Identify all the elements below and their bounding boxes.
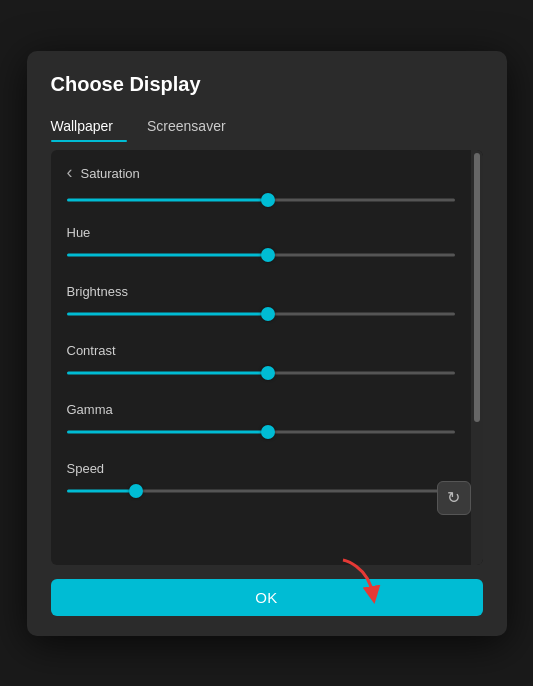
- gamma-row: Gamma: [67, 402, 455, 439]
- tab-wallpaper[interactable]: Wallpaper: [51, 112, 128, 142]
- contrast-label: Contrast: [67, 343, 455, 358]
- contrast-row: Contrast: [67, 343, 455, 380]
- scrollbar-thumb[interactable]: [474, 153, 480, 423]
- sliders-area[interactable]: ‹ Saturation Hue Brightness: [51, 150, 483, 565]
- gamma-slider[interactable]: [67, 425, 455, 439]
- hue-slider[interactable]: [67, 248, 455, 262]
- hue-row: Hue: [67, 225, 455, 262]
- brightness-row: Brightness: [67, 284, 455, 321]
- hue-label: Hue: [67, 225, 455, 240]
- tab-screensaver[interactable]: Screensaver: [147, 112, 240, 142]
- brightness-slider[interactable]: [67, 307, 455, 321]
- header-row: ‹ Saturation: [67, 164, 455, 183]
- speed-slider[interactable]: [67, 484, 455, 498]
- reset-button[interactable]: ↻: [437, 481, 471, 515]
- speed-row: Speed: [67, 461, 455, 498]
- saturation-slider[interactable]: [67, 193, 455, 207]
- saturation-label: Saturation: [81, 166, 140, 181]
- ok-button[interactable]: OK: [51, 579, 483, 616]
- brightness-label: Brightness: [67, 284, 455, 299]
- contrast-slider[interactable]: [67, 366, 455, 380]
- dialog-title: Choose Display: [51, 73, 483, 96]
- gamma-label: Gamma: [67, 402, 455, 417]
- tab-bar: Wallpaper Screensaver: [51, 112, 483, 142]
- choose-display-dialog: Choose Display Wallpaper Screensaver ‹ S…: [27, 51, 507, 636]
- back-button[interactable]: ‹: [67, 162, 73, 183]
- content-box: ‹ Saturation Hue Brightness: [51, 150, 483, 565]
- scrollbar[interactable]: [471, 150, 483, 565]
- reset-icon: ↻: [447, 488, 460, 507]
- speed-label: Speed: [67, 461, 455, 476]
